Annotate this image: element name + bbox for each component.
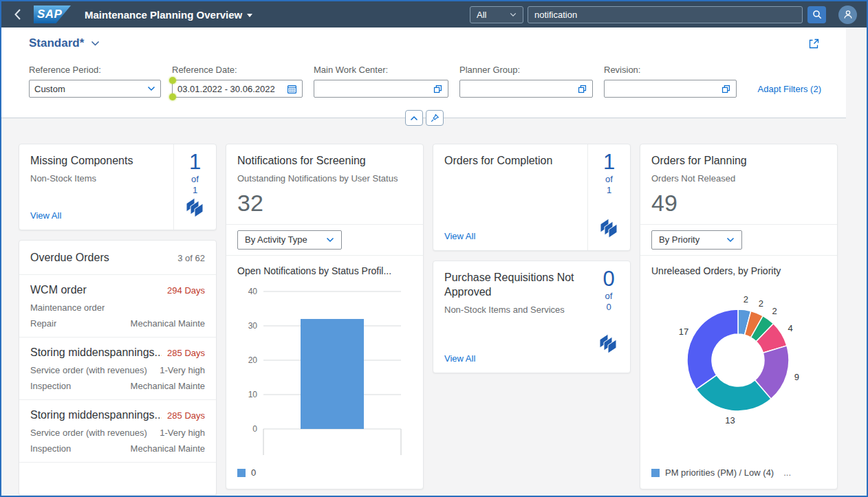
reference-period-select[interactable]: Custom: [29, 80, 161, 98]
order-activity: Inspection: [30, 381, 71, 391]
kpi-of-label: of: [191, 174, 199, 186]
search-scope-value: All: [477, 10, 486, 20]
card-title: Overdue Orders: [30, 251, 109, 265]
svg-text:2: 2: [744, 294, 748, 304]
shell-header: SAP Maintenance Planning Overview All: [1, 1, 867, 27]
reference-date-value: 03.01.2022 - 30.06.2022: [177, 84, 275, 94]
kpi-count: 1: [603, 151, 615, 174]
order-title: WCM order: [30, 284, 87, 296]
order-work-center: Mechanical Mainte: [131, 318, 205, 329]
legend-more: ...: [783, 467, 791, 478]
view-all-link[interactable]: View All: [444, 353, 578, 364]
variant-selector[interactable]: Standard*: [29, 36, 100, 50]
priority-select[interactable]: By Priority: [651, 230, 742, 250]
card-subtitle: Outstanding Notifications by User Status: [237, 173, 412, 185]
legend-label: PM priorities (PM) / Low (4): [665, 467, 774, 478]
app-title[interactable]: Maintenance Planning Overview: [85, 9, 252, 21]
avatar[interactable]: [838, 5, 857, 24]
card-title: Notifications for Screening: [237, 154, 412, 168]
chevron-left-icon: [14, 9, 21, 20]
order-type: Service order (with revenues): [30, 428, 147, 438]
stacked-cards-icon: [185, 197, 206, 221]
svg-text:13: 13: [725, 415, 735, 426]
chevron-down-icon: [91, 41, 100, 46]
chart-legend: PM priorities (PM) / Low (4) ...: [640, 465, 837, 489]
revision-input[interactable]: [604, 80, 737, 98]
order-priority: 1-Very high: [160, 428, 205, 438]
svg-text:40: 40: [248, 287, 258, 296]
card-title: Missing Components: [30, 154, 164, 168]
annotation-dot: [169, 77, 176, 84]
chart-title: Open Notifications by Status Profil...: [226, 256, 423, 278]
pin-icon: [430, 113, 440, 123]
back-button[interactable]: [11, 8, 24, 21]
list-item[interactable]: WCM order 294 Days Maintenance order Rep…: [19, 275, 216, 338]
overdue-orders-card[interactable]: Overdue Orders 3 of 62 WCM order 294 Day…: [19, 240, 217, 496]
svg-text:10: 10: [248, 390, 258, 399]
bar-chart: 010203040: [226, 278, 423, 463]
missing-components-card[interactable]: Missing Components Non-Stock Items View …: [19, 144, 217, 230]
stacked-cards-icon: [598, 333, 619, 357]
activity-type-select[interactable]: By Activity Type: [237, 230, 342, 250]
filter-label: Reference Period:: [29, 65, 161, 75]
filter-label: Reference Date:: [172, 65, 303, 75]
chevron-down-icon: [726, 237, 735, 243]
search-button[interactable]: [807, 6, 826, 23]
pin-header-button[interactable]: [426, 110, 444, 126]
kpi-total: 0: [606, 302, 611, 313]
sap-logo-text: SAP: [37, 8, 62, 21]
chevron-down-icon: [510, 12, 517, 17]
kpi-of-label: of: [605, 291, 613, 302]
calendar-icon[interactable]: [287, 84, 297, 94]
list-item[interactable]: Storing middenspannings... 285 Days Serv…: [19, 400, 216, 463]
kpi-value: 49: [651, 190, 826, 216]
filter-field-reference-date: Reference Date: 03.01.2022 - 30.06.2022: [172, 65, 303, 98]
sap-logo[interactable]: SAP: [34, 5, 71, 23]
card-subtitle: Non-Stock Items and Services: [444, 304, 578, 316]
adapt-filters-link[interactable]: Adapt Filters (2): [758, 84, 821, 94]
donut-chart: 222491317: [640, 278, 837, 451]
filter-bar: Standard* Reference Period: Custom Refer…: [1, 27, 846, 118]
search-input[interactable]: [528, 6, 803, 23]
chart-legend: 0: [226, 465, 423, 489]
overdue-days-badge: 285 Days: [167, 348, 205, 358]
order-priority: 1-Very high: [160, 365, 205, 375]
kpi-count: 0: [603, 268, 614, 291]
orders-for-completion-card[interactable]: Orders for Completion View All 1 of 1: [433, 144, 631, 251]
overdue-days-badge: 294 Days: [167, 285, 205, 296]
card-subtitle: Non-Stock Items: [30, 173, 164, 185]
kpi-value: 32: [237, 190, 412, 216]
value-help-icon[interactable]: [433, 84, 443, 94]
card-subtitle: Orders Not Released: [651, 173, 826, 185]
main-work-center-input[interactable]: [314, 80, 448, 98]
order-title: Storing middenspannings...: [30, 346, 162, 359]
view-all-link[interactable]: View All: [30, 210, 164, 221]
filter-label: Main Work Center:: [314, 65, 448, 75]
annotation-dot: [169, 93, 176, 100]
share-icon[interactable]: [807, 36, 821, 54]
list-counter: 3 of 62: [177, 253, 205, 263]
value-help-icon[interactable]: [577, 84, 587, 94]
notifications-for-screening-card[interactable]: Notifications for Screening Outstanding …: [226, 144, 424, 489]
magnifier-icon: [812, 10, 822, 19]
value-help-icon[interactable]: [721, 84, 731, 94]
legend-label: 0: [251, 467, 256, 478]
collapse-header-button[interactable]: [405, 110, 423, 126]
legend-swatch: [651, 469, 660, 477]
list-item[interactable]: Storing middenspannings... 285 Days Serv…: [19, 338, 216, 400]
reference-period-value: Custom: [34, 84, 65, 94]
reference-date-input[interactable]: 03.01.2022 - 30.06.2022: [172, 80, 303, 98]
purchase-requisitions-card[interactable]: Purchase Requisitions Not Approved Non-S…: [433, 261, 631, 373]
kpi-of-label: of: [605, 174, 613, 186]
filter-field-main-work-center: Main Work Center:: [314, 65, 448, 98]
orders-for-planning-card[interactable]: Orders for Planning Orders Not Released …: [640, 144, 838, 489]
filter-field-planner-group: Planner Group:: [459, 65, 593, 98]
card-title: Purchase Requisitions Not Approved: [444, 271, 578, 300]
svg-text:2: 2: [772, 305, 777, 316]
view-all-link[interactable]: View All: [444, 231, 578, 241]
order-type: Service order (with revenues): [30, 365, 147, 375]
search-scope-select[interactable]: All: [470, 6, 523, 23]
svg-text:2: 2: [759, 298, 763, 308]
svg-text:4: 4: [788, 323, 792, 333]
planner-group-input[interactable]: [459, 80, 593, 98]
